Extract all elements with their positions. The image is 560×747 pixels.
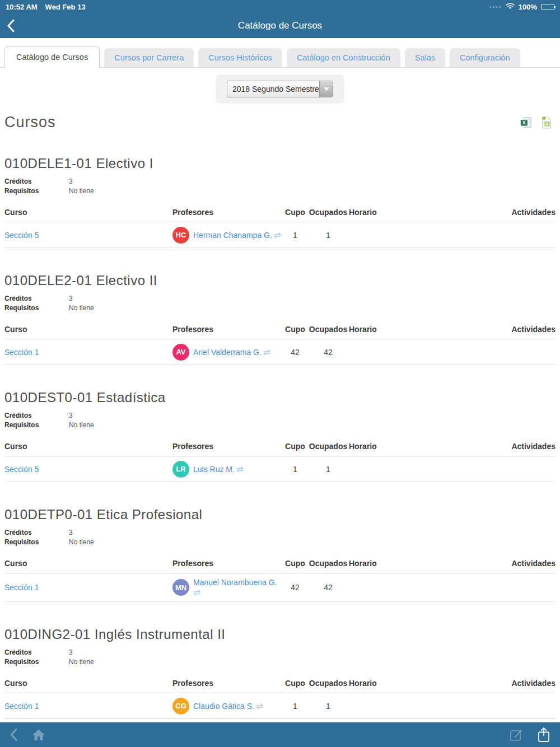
course-title: 010DETP0-01 Etica Profesional [4,507,556,522]
course-title: 010DING2-01 Inglés Instrumental II [4,627,556,642]
ocupados-value: 1 [307,702,349,711]
share-icon[interactable] [538,727,550,743]
requisitos-label: Requisitos [4,186,69,196]
sections-table: Curso Profesores Cupo Ocupados Horario A… [4,205,556,248]
battery-icon [541,4,554,10]
tab-strip: Catálogo de Cursos Cursos por Carrera Cu… [0,38,560,68]
cupo-value: 1 [283,231,307,240]
bottom-toolbar [0,722,560,747]
seccion-link[interactable]: Sección 5 [4,465,39,474]
home-icon[interactable] [32,729,45,741]
creditos-value: 3 [69,648,73,657]
table-header: Curso Profesores Cupo Ocupados Horario A… [4,439,556,456]
table-row: Sección 5 LR Luis Ruz M.⇄ 1 1 [4,456,556,482]
nav-bar: Catálogo de Cursos [0,13,560,38]
avatar: LR [172,461,189,478]
swap-icon[interactable]: ⇄ [274,230,281,240]
creditos-value: 3 [69,411,73,421]
semester-select-container: 2018 Segundo Semestre [216,74,344,104]
tab-configuracion[interactable]: Configuración [450,48,520,67]
course-title: 010DELE1-01 Electivo I [4,156,556,171]
cupo-value: 1 [283,702,307,711]
tab-catalogo-en-construccion[interactable]: Catálogo en Construcción [287,48,400,67]
requisitos-value: No tiene [69,186,94,196]
profesor-link[interactable]: Luis Ruz M. [193,465,235,474]
avatar: HC [172,227,189,244]
seccion-link[interactable]: Sección 1 [4,702,39,711]
compose-icon[interactable] [510,728,523,741]
creditos-label: Créditos [4,177,69,186]
seccion-link[interactable]: Sección 5 [4,231,39,240]
profesor-link[interactable]: Manuel Norambuena G. [193,578,277,587]
sections-table: Curso Profesores Cupo Ocupados Horario A… [4,556,556,602]
course-section: 010DEST0-01 Estadística Créditos3 Requis… [4,390,556,482]
requisitos-value: No tiene [69,657,94,667]
tab-cursos-por-carrera[interactable]: Cursos por Carrera [104,48,194,67]
creditos-value: 3 [69,294,73,304]
tab-salas[interactable]: Salas [405,48,445,67]
page-title: Catálogo de Cursos [0,20,560,31]
ocupados-value: 1 [307,231,349,240]
creditos-value: 3 [69,177,73,186]
profesor-link[interactable]: Ariel Valderrama G. [193,348,262,357]
cupo-value: 42 [283,348,307,357]
table-row: Sección 1 AV Ariel Valderrama G.⇄ 42 42 [4,339,556,365]
table-row: Sección 1 CG Claudio Gática S.⇄ 1 1 [4,693,556,719]
profesor-link[interactable]: Claudio Gática S. [193,702,254,711]
sections-table: Curso Profesores Cupo Ocupados Horario A… [4,676,556,719]
table-header: Curso Profesores Cupo Ocupados Horario A… [4,556,556,573]
table-header: Curso Profesores Cupo Ocupados Horario A… [4,322,556,339]
semester-select-value: 2018 Segundo Semestre [227,81,319,97]
swap-icon[interactable]: ⇄ [263,347,270,357]
avatar: CG [172,698,189,715]
seccion-link[interactable]: Sección 1 [4,348,39,357]
export-sheet-file-icon[interactable] [541,116,552,129]
tab-catalogo-de-cursos[interactable]: Catálogo de Cursos [4,46,100,68]
semester-select[interactable]: 2018 Segundo Semestre [227,81,333,97]
requisitos-label: Requisitos [4,421,69,430]
table-header: Curso Profesores Cupo Ocupados Horario A… [4,205,556,222]
requisitos-value: No tiene [69,538,94,547]
table-row: Sección 1 MN Manuel Norambuena G.⇄ 42 42 [4,573,556,602]
requisitos-value: No tiene [69,304,94,313]
date: Wed Feb 13 [45,3,86,11]
sections-table: Curso Profesores Cupo Ocupados Horario A… [4,439,556,482]
clock: 10:52 AM [6,3,38,11]
swap-icon[interactable]: ⇄ [256,701,263,711]
status-bar: 10:52 AM Wed Feb 13 100% [0,0,560,13]
avatar: MN [172,579,189,596]
requisitos-label: Requisitos [4,657,69,667]
creditos-label: Créditos [4,648,69,657]
swap-icon[interactable]: ⇄ [193,587,277,597]
cellular-signal-icon [489,6,501,8]
chevron-down-icon [319,81,333,97]
wifi-icon [506,3,515,11]
export-excel-icon[interactable]: X [520,116,532,129]
avatar: AV [172,344,189,361]
course-section: 010DELE2-01 Electivo II Créditos3 Requis… [4,273,556,365]
creditos-label: Créditos [4,528,69,538]
requisitos-label: Requisitos [4,304,69,313]
table-row: Sección 5 HC Herman Chanampa G.⇄ 1 1 [4,222,556,248]
table-header: Curso Profesores Cupo Ocupados Horario A… [4,676,556,693]
course-title: 010DEST0-01 Estadística [4,390,556,405]
course-title: 010DELE2-01 Electivo II [4,273,556,288]
course-section: 010DING2-01 Inglés Instrumental II Crédi… [4,627,556,719]
svg-text:X: X [522,120,526,125]
swap-icon[interactable]: ⇄ [236,464,244,474]
toolbar-back-icon[interactable] [10,729,17,741]
cupo-value: 1 [283,465,307,474]
creditos-label: Créditos [4,411,69,421]
seccion-link[interactable]: Sección 1 [4,583,39,592]
section-heading: Cursos [4,114,56,131]
sections-table: Curso Profesores Cupo Ocupados Horario A… [4,322,556,365]
ocupados-value: 1 [307,465,349,474]
creditos-value: 3 [69,528,73,538]
profesor-link[interactable]: Herman Chanampa G. [193,231,272,240]
cupo-value: 42 [283,583,307,592]
tab-cursos-historicos[interactable]: Cursos Históricos [198,48,282,67]
course-section: 010DELE1-01 Electivo I Créditos3 Requisi… [4,156,556,248]
ocupados-value: 42 [307,348,349,357]
back-button[interactable] [7,18,21,33]
battery-percent: 100% [519,3,537,11]
